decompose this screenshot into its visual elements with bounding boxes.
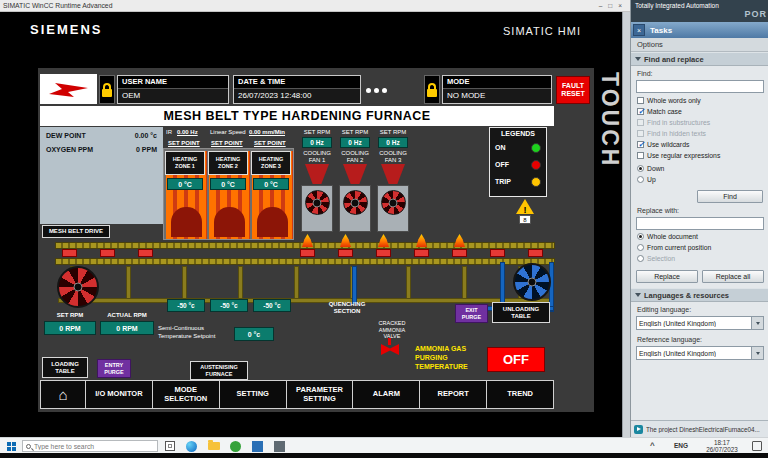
checkbox-checked-icon <box>637 108 644 115</box>
quench-pipe <box>352 266 357 304</box>
flame-icon <box>416 234 427 247</box>
replace-button[interactable]: Replace <box>636 270 698 283</box>
nav-trend[interactable]: TREND <box>486 380 554 409</box>
input-language-indicator[interactable]: ENG <box>674 442 688 449</box>
zone-2-temperature[interactable]: -50 °c <box>210 299 248 312</box>
nav-alarm[interactable]: ALARM <box>352 380 420 409</box>
replace-input[interactable] <box>636 217 764 230</box>
belt-leg <box>238 266 243 302</box>
tasks-title: Tasks <box>650 26 672 35</box>
belt-actual-rpm-value[interactable]: 0 RPM <box>100 321 154 335</box>
cooling-fan-2-hopper <box>343 164 367 184</box>
home-button[interactable]: ⌂ <box>40 380 86 409</box>
close-tasks-button[interactable]: × <box>633 24 645 36</box>
cooling-fan-3 <box>377 185 409 232</box>
heating-zone-3-setpoint[interactable]: 0 °C <box>253 178 289 190</box>
simatic-hmi-label: SIMATIC HMI <box>503 25 581 37</box>
nav-report[interactable]: REPORT <box>419 380 487 409</box>
file-explorer-icon[interactable] <box>208 442 220 450</box>
option-match-case[interactable]: Match case <box>637 108 682 115</box>
start-button[interactable] <box>3 441 19 451</box>
alarm-dots-button[interactable] <box>366 88 387 93</box>
ammonia-valve-icon[interactable] <box>381 344 399 355</box>
find-button[interactable]: Find <box>697 190 763 203</box>
user-name-value[interactable]: OEM <box>118 89 228 103</box>
bird-logo-icon <box>47 80 91 98</box>
workpiece <box>376 249 391 257</box>
task-view-icon[interactable] <box>165 441 175 451</box>
app-icon[interactable] <box>274 441 285 452</box>
chevron-down-icon[interactable] <box>751 347 763 359</box>
find-replace-title: Find and replace <box>644 55 704 64</box>
windows-logo-icon <box>7 442 16 451</box>
belt-leg <box>294 266 299 302</box>
alarm-warning-icon[interactable]: ! <box>516 199 534 214</box>
edge-icon[interactable] <box>186 441 197 452</box>
belt-set-rpm-value[interactable]: 0 RPM <box>44 321 96 335</box>
taskbar-clock[interactable]: 18:17 26/07/2023 <box>700 439 744 453</box>
ir-value[interactable]: 0.00 Hz <box>177 129 198 135</box>
loading-table-button[interactable]: LOADING TABLE <box>42 357 88 378</box>
tray-expand-chevron[interactable]: ^ <box>650 441 655 450</box>
scope-from-position-radio[interactable]: From current position <box>637 244 711 251</box>
maximize-button[interactable]: □ <box>608 2 612 9</box>
exit-purge-button[interactable]: EXIT PURGE <box>455 304 488 323</box>
editing-language-select[interactable]: English (United Kingdom) <box>636 316 764 330</box>
replace-all-button[interactable]: Replace all <box>702 270 764 283</box>
checkbox-icon <box>637 119 644 126</box>
radio-selected-icon <box>637 165 644 172</box>
zone-3-temperature[interactable]: -50 °c <box>253 299 291 312</box>
scope-whole-document-radio[interactable]: Whole document <box>637 233 698 240</box>
austenising-furnace-button[interactable]: AUSTENISING FURNACE <box>190 361 248 380</box>
reference-language-select[interactable]: English (United Kingdom) <box>636 346 764 360</box>
nav-setting[interactable]: SETTING <box>219 380 287 409</box>
cooling-fan-1-hz[interactable]: 0 Hz <box>302 137 332 148</box>
languages-resources-header[interactable]: Languages & resources <box>631 288 768 302</box>
zone-1-temperature[interactable]: -50 °c <box>167 299 205 312</box>
close-button[interactable]: × <box>618 2 622 9</box>
unloading-table-button[interactable]: UNLOADING TABLE <box>492 302 550 323</box>
search-input[interactable] <box>34 443 144 450</box>
semi-continuous-setpoint[interactable]: 0 °c <box>234 327 274 341</box>
wincc-titlebar: SIMATIC WinCC Runtime Advanced – □ × <box>0 0 630 12</box>
minimize-button[interactable]: – <box>599 2 603 9</box>
tia-portal-app-icon[interactable] <box>252 441 263 452</box>
options-header[interactable]: Options <box>631 38 768 52</box>
nav-io-monitor[interactable]: I/O MONITOR <box>85 380 153 409</box>
company-logo <box>40 74 97 104</box>
taskbar-search[interactable] <box>22 440 158 452</box>
fan-icon <box>305 190 330 215</box>
wincc-app-icon[interactable] <box>230 441 241 452</box>
linear-speed-value[interactable]: 0.00 mm/Min <box>249 129 285 135</box>
option-use-wildcards[interactable]: Use wildcards <box>637 141 689 148</box>
page-title: MESH BELT TYPE HARDENING FURNACE <box>40 106 554 126</box>
nav-parameter-setting[interactable]: PARAMETER SETTING <box>286 380 354 409</box>
action-center-icon[interactable] <box>752 441 762 451</box>
find-input[interactable] <box>636 80 764 93</box>
option-whole-words[interactable]: Whole words only <box>637 97 701 104</box>
user-lock-icon <box>99 75 115 104</box>
cooling-fan-3-hz[interactable]: 0 Hz <box>378 137 408 148</box>
option-use-regex[interactable]: Use regular expressions <box>637 152 720 159</box>
find-replace-header[interactable]: Find and replace <box>631 52 768 66</box>
set-point-link-1[interactable]: SET POINT <box>168 140 200 146</box>
mode-value[interactable]: NO MODE <box>443 89 551 103</box>
heating-zone-1-setpoint[interactable]: 0 °C <box>167 178 203 190</box>
heating-zone-2-setpoint[interactable]: 0 °C <box>210 178 246 190</box>
direction-down-radio[interactable]: Down <box>637 165 664 172</box>
ir-label: IR <box>166 129 172 135</box>
option-find-substructures: Find in substructures <box>637 119 710 126</box>
set-point-link-3[interactable]: SET POINT <box>254 140 286 146</box>
nav-mode-selection[interactable]: MODE SELECTION <box>152 380 220 409</box>
vertical-scrollbar[interactable] <box>622 12 630 437</box>
mode-lock-icon <box>424 75 440 104</box>
heating-zone-1-label: HEATING ZONE 1 <box>165 151 205 175</box>
valve-stem <box>388 338 391 345</box>
set-point-link-2[interactable]: SET POINT <box>211 140 243 146</box>
fault-reset-button[interactable]: FAULT RESET <box>556 76 590 104</box>
off-button[interactable]: OFF <box>487 347 545 372</box>
entry-purge-button[interactable]: ENTRY PURGE <box>97 359 131 378</box>
direction-up-radio[interactable]: Up <box>637 176 656 183</box>
chevron-down-icon[interactable] <box>751 317 763 329</box>
cooling-fan-2-hz[interactable]: 0 Hz <box>340 137 370 148</box>
